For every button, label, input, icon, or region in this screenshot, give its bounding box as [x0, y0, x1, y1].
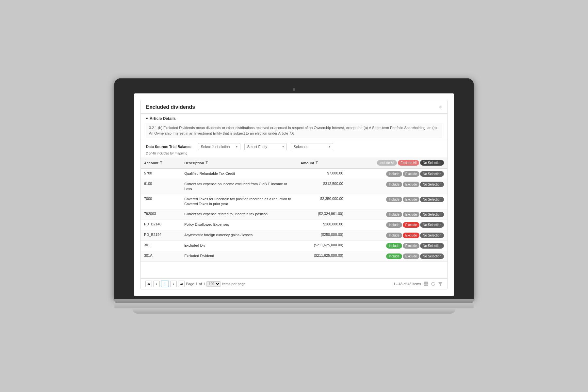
exclude-all-button[interactable]: Exclude All — [398, 160, 419, 166]
modal-header: Excluded dividends × — [141, 100, 447, 114]
include-button[interactable]: Include — [386, 253, 402, 259]
items-per-page-label: items per page — [222, 282, 246, 286]
cell-actions: IncludeExcludeNo Selection — [347, 194, 447, 209]
amount-filter-icon[interactable] — [315, 161, 318, 164]
article-section: Article Details 3.2.1 (b) Excluded Divid… — [141, 114, 447, 141]
include-button[interactable]: Include — [386, 171, 402, 177]
svg-rect-7 — [425, 285, 427, 286]
jurisdiction-select[interactable]: Select Jurisdiction — [198, 143, 240, 150]
no-selection-button[interactable]: No Selection — [420, 212, 444, 217]
include-button[interactable]: Include — [386, 233, 402, 238]
col-account: Account — [141, 157, 181, 169]
exclude-button[interactable]: Exclude — [403, 233, 420, 238]
svg-marker-9 — [438, 282, 442, 286]
collapse-arrow-icon[interactable] — [146, 118, 148, 120]
exclude-button[interactable]: Exclude — [403, 222, 420, 228]
no-selection-button[interactable]: No Selection — [420, 182, 444, 187]
svg-rect-6 — [424, 285, 425, 286]
first-page-button[interactable]: ⏮ — [145, 281, 152, 287]
table-row: 7000Covered Taxes for uncertain tax posi… — [141, 194, 447, 209]
cell-description: Covered Taxes for uncertain tax position… — [181, 194, 297, 209]
laptop-base — [114, 299, 474, 308]
camera — [293, 88, 295, 91]
col-description: Description — [181, 157, 297, 169]
cell-description: Excluded Div — [181, 240, 297, 251]
article-section-label: Article Details — [150, 116, 176, 121]
no-selection-button[interactable]: No Selection — [420, 253, 444, 259]
cell-actions: IncludeExcludeNo Selection — [347, 169, 447, 179]
svg-rect-5 — [427, 283, 428, 285]
selection-select[interactable]: Selection — [291, 143, 333, 150]
cell-description: Policy Disallowed Expenses — [181, 220, 297, 230]
prev-page-button[interactable]: ‹ — [153, 281, 160, 287]
selection-select-wrapper: Selection — [291, 143, 333, 150]
screen-bezel: Excluded dividends × Article Details 3.2… — [114, 78, 474, 299]
laptop-hinge — [114, 299, 474, 303]
exclude-button[interactable]: Exclude — [403, 253, 420, 259]
include-button[interactable]: Include — [386, 222, 402, 228]
cell-account: PD_B2194 — [141, 230, 181, 240]
exclude-button[interactable]: Exclude — [403, 197, 420, 202]
mapping-row: 2 of 48 included for mapping — [141, 151, 447, 157]
cell-account: 301 — [141, 240, 181, 251]
table-row: 6100Current tax expense on income exclud… — [141, 179, 447, 194]
cell-description: Current tax expense on income excluded f… — [181, 179, 297, 194]
items-per-page-select[interactable]: 100 50 25 — [206, 281, 220, 287]
no-selection-button[interactable]: No Selection — [420, 222, 444, 228]
table-container[interactable]: Account Description Amount — [141, 157, 447, 278]
no-selection-all-button[interactable]: No Selection — [420, 160, 444, 166]
main-table: Account Description Amount — [141, 157, 447, 262]
include-all-button[interactable]: Include All — [377, 160, 397, 166]
include-button[interactable]: Include — [386, 212, 402, 217]
cell-description: Qualified Refundable Tax Credit — [181, 169, 297, 179]
exclude-button[interactable]: Exclude — [403, 243, 420, 249]
include-button[interactable]: Include — [386, 243, 402, 249]
cell-description: Excluded Dividend — [181, 251, 297, 261]
no-selection-button[interactable]: No Selection — [420, 197, 444, 202]
include-button[interactable]: Include — [386, 182, 402, 187]
cell-account: 6100 — [141, 179, 181, 194]
svg-rect-3 — [424, 283, 425, 285]
cell-account: 7000 — [141, 194, 181, 209]
table-header-row: Account Description Amount — [141, 157, 447, 169]
cell-amount: $312,500.00 — [297, 179, 347, 194]
no-selection-button[interactable]: No Selection — [420, 171, 444, 177]
refresh-icon[interactable] — [431, 282, 435, 286]
modal-title: Excluded dividends — [146, 104, 195, 110]
include-button[interactable]: Include — [386, 197, 402, 202]
close-button[interactable]: × — [439, 105, 442, 110]
filter-icon[interactable] — [438, 282, 443, 286]
last-page-button[interactable]: ⏭ — [178, 281, 185, 287]
cell-amount: $2,350,000.00 — [297, 194, 347, 209]
table-row: PD_B2194Asymmetric foreign currency gain… — [141, 230, 447, 240]
account-filter-icon[interactable] — [159, 161, 163, 164]
cell-description: Current tax expense related to uncertain… — [181, 209, 297, 220]
exclude-button[interactable]: Exclude — [403, 212, 420, 217]
svg-rect-4 — [425, 283, 427, 285]
table-row: 301Excluded Div($211,625,000.00)IncludeE… — [141, 240, 447, 251]
columns-icon[interactable] — [424, 282, 428, 286]
next-page-button[interactable]: › — [170, 281, 177, 287]
cell-actions: IncludeExcludeNo Selection — [347, 251, 447, 261]
of-label: of — [199, 282, 202, 286]
cell-account: 792003 — [141, 209, 181, 220]
cell-account: PD_B2140 — [141, 220, 181, 230]
cell-amount: $200,000.00 — [297, 220, 347, 230]
no-selection-button[interactable]: No Selection — [420, 233, 444, 238]
cell-actions: IncludeExcludeNo Selection — [347, 230, 447, 240]
laptop-frame: Excluded dividends × Article Details 3.2… — [114, 78, 474, 314]
exclude-button[interactable]: Exclude — [403, 171, 420, 177]
exclude-button[interactable]: Exclude — [403, 182, 420, 187]
table-body: 5700Qualified Refundable Tax Credit$7,00… — [141, 169, 447, 261]
description-filter-icon[interactable] — [205, 161, 208, 164]
entity-select[interactable]: Select Entity — [244, 143, 287, 150]
cell-amount: ($211,625,000.00) — [297, 251, 347, 261]
table-row: 792003Current tax expense related to unc… — [141, 209, 447, 220]
cell-amount: ($2,324,961.00) — [297, 209, 347, 220]
table-row: PD_B2140Policy Disallowed Expenses$200,0… — [141, 220, 447, 230]
current-page: 1 — [161, 281, 169, 287]
table-row: 301AExcluded Dividend($211,625,000.00)In… — [141, 251, 447, 261]
col-amount: Amount — [297, 157, 347, 169]
no-selection-button[interactable]: No Selection — [420, 243, 444, 249]
table-row: 5700Qualified Refundable Tax Credit$7,00… — [141, 169, 447, 179]
